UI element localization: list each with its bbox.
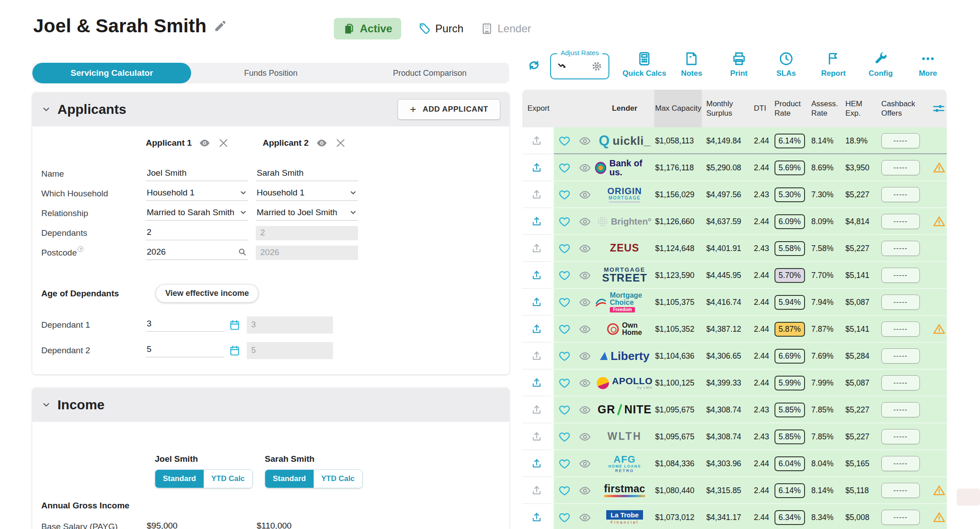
cashback-button[interactable]: -----: [881, 214, 920, 229]
product-rate-cell[interactable]: 5.94%: [774, 295, 810, 310]
view-details-button[interactable]: [574, 485, 594, 497]
view-details-button[interactable]: [574, 377, 594, 389]
lender-logo[interactable]: MORTGAGESTREET: [594, 267, 654, 284]
view-details-button[interactable]: [574, 323, 594, 335]
applicant-2-field[interactable]: Sarah Smith: [256, 167, 358, 181]
lender-logo[interactable]: firstmac: [594, 484, 654, 497]
product-rate-cell[interactable]: 5.85%: [774, 429, 810, 444]
tab-servicing-calculator[interactable]: Servicing Calculator: [32, 63, 191, 83]
view-details-button[interactable]: [574, 269, 594, 282]
applicant-2-field[interactable]: Married to Joel Smith: [256, 206, 358, 221]
cashback-button[interactable]: -----: [881, 483, 920, 498]
cashback-button[interactable]: -----: [881, 429, 920, 444]
view-effective-income-button[interactable]: View effective income: [156, 284, 258, 303]
product-rate-cell[interactable]: 5.87%: [774, 322, 810, 337]
applicant-1-field[interactable]: 2: [146, 226, 248, 240]
export-button[interactable]: [522, 477, 554, 504]
applicant-1-field[interactable]: Joel Smith: [146, 167, 248, 181]
quick-calcs-button[interactable]: Quick Calcs: [622, 51, 667, 78]
cashback-button[interactable]: -----: [881, 241, 920, 256]
add-applicant-button[interactable]: + ADD APPLICANT: [398, 99, 500, 120]
view-details-button[interactable]: [574, 189, 594, 201]
cashback-button[interactable]: -----: [881, 160, 920, 175]
lender-logo[interactable]: ORIGINMORTGAGE: [594, 186, 654, 203]
tab-product-comparison[interactable]: Product Comparison: [350, 63, 509, 83]
applicant-2-remove-icon[interactable]: [335, 137, 346, 149]
chevron-down-icon[interactable]: [349, 208, 357, 217]
applicant-1-field[interactable]: 2026: [146, 246, 248, 260]
cashback-button[interactable]: -----: [881, 348, 920, 364]
search-icon[interactable]: [237, 247, 247, 257]
dependant-age-input[interactable]: 3: [146, 318, 224, 332]
export-button[interactable]: [522, 235, 554, 262]
cashback-button[interactable]: -----: [881, 456, 920, 471]
applicant-2-field[interactable]: Household 1: [256, 186, 358, 201]
chevron-down-icon[interactable]: [239, 208, 247, 217]
view-details-button[interactable]: [574, 135, 594, 147]
config-button[interactable]: Config: [858, 51, 903, 78]
sync-button[interactable]: [524, 55, 544, 74]
product-rate-cell[interactable]: 5.70%: [774, 268, 810, 283]
applicant-2-visibility-icon[interactable]: [316, 137, 328, 149]
column-header-dti[interactable]: DTI: [753, 104, 774, 113]
lender-logo[interactable]: Mortgage ChoiceFreedom: [594, 292, 654, 313]
export-button[interactable]: [522, 343, 554, 369]
column-header-cashback-offers[interactable]: Cashback Offers: [880, 99, 921, 118]
favourite-button[interactable]: [554, 350, 574, 362]
column-header-assess-rate[interactable]: Assess. Rate: [810, 99, 841, 118]
income-value-applicant-1[interactable]: $95,000: [146, 520, 232, 529]
income-value-applicant-2[interactable]: $110,000: [256, 520, 342, 529]
favourite-button[interactable]: [554, 377, 574, 389]
favourite-button[interactable]: [554, 134, 574, 147]
toggle-ytd-option[interactable]: YTD Calc: [314, 470, 363, 488]
lender-logo[interactable]: WLTH: [594, 431, 654, 442]
column-header-hem-exp[interactable]: HEM Exp.: [844, 99, 870, 118]
view-details-button[interactable]: [574, 216, 594, 228]
product-rate-cell[interactable]: 5.85%: [774, 403, 810, 417]
favourite-button[interactable]: [554, 161, 574, 174]
income-section-header[interactable]: Income: [32, 388, 509, 422]
favourite-button[interactable]: [554, 484, 574, 497]
applicant-1-field[interactable]: Married to Sarah Smith: [146, 206, 248, 221]
cashback-button[interactable]: -----: [881, 402, 920, 417]
view-details-button[interactable]: [574, 162, 594, 174]
favourite-button[interactable]: [554, 215, 574, 228]
lender-logo[interactable]: Brighten°: [594, 217, 654, 226]
cashback-button[interactable]: -----: [881, 321, 920, 337]
column-header-max-capacity[interactable]: Max Capacity: [654, 90, 702, 127]
lender-logo[interactable]: La TrobeFinancial: [594, 510, 654, 525]
product-rate-cell[interactable]: 5.99%: [774, 376, 810, 390]
product-rate-cell[interactable]: 6.69%: [774, 349, 810, 364]
column-header-product-rate[interactable]: Product Rate: [774, 99, 805, 118]
export-button[interactable]: [522, 289, 554, 316]
export-button[interactable]: [522, 423, 554, 450]
calendar-icon[interactable]: [229, 345, 241, 356]
applicants-section-header[interactable]: Applicants + ADD APPLICANT: [32, 92, 509, 126]
lender-logo[interactable]: Liberty: [594, 350, 654, 362]
favourite-button[interactable]: [554, 511, 574, 524]
favourite-button[interactable]: [554, 457, 574, 470]
chevron-down-icon[interactable]: [41, 400, 51, 410]
cashback-button[interactable]: -----: [881, 187, 920, 202]
print-button[interactable]: Print: [717, 51, 761, 78]
view-details-button[interactable]: [574, 512, 594, 524]
applicant-1-visibility-icon[interactable]: [199, 137, 210, 149]
applicant-2-field[interactable]: 2: [256, 226, 358, 240]
cashback-button[interactable]: -----: [881, 510, 920, 525]
export-button[interactable]: [522, 450, 554, 477]
chevron-down-icon[interactable]: [239, 189, 247, 197]
favourite-button[interactable]: [554, 296, 574, 308]
column-header-export[interactable]: Export: [522, 104, 554, 113]
favourite-button[interactable]: [554, 269, 574, 282]
rates-trend-icon[interactable]: [556, 60, 570, 73]
export-button[interactable]: [522, 504, 554, 529]
export-button[interactable]: [522, 208, 554, 235]
view-details-button[interactable]: [574, 458, 594, 470]
favourite-button[interactable]: [554, 323, 574, 335]
lender-logo[interactable]: OwnHome: [594, 322, 654, 337]
view-details-button[interactable]: [574, 350, 594, 362]
edit-title-icon[interactable]: [214, 19, 227, 33]
dependant-age-input[interactable]: 5: [146, 343, 224, 357]
export-button[interactable]: [522, 396, 554, 423]
product-rate-cell[interactable]: 6.34%: [774, 510, 810, 525]
